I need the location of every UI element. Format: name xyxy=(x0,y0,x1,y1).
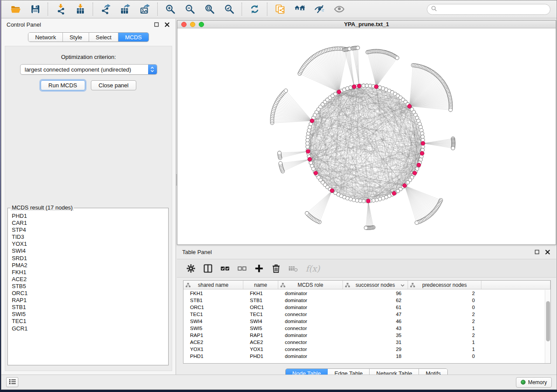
table-row[interactable]: FKH1FKH1dominator962 xyxy=(183,290,545,297)
table-cell: ORC1 xyxy=(243,304,278,311)
table-cell: 1 xyxy=(408,325,481,332)
close-table-panel-icon[interactable] xyxy=(544,248,551,255)
table-cell: TEC1 xyxy=(183,311,243,318)
mcds-result-item[interactable]: ORC1 xyxy=(12,290,168,297)
column-layout-icon[interactable] xyxy=(203,263,213,274)
table-cell: 46 xyxy=(343,318,408,325)
select-all-columns-icon[interactable] xyxy=(220,263,230,274)
mcds-result-item[interactable]: YOX1 xyxy=(12,241,168,248)
table-row[interactable]: SWI5SWI5connector431 xyxy=(183,325,545,332)
control-panel-title: Control Panel xyxy=(7,21,41,28)
open-file-icon[interactable] xyxy=(10,3,21,15)
table-row[interactable]: SWI4SWI4dominator462 xyxy=(183,318,545,325)
mcds-result-box: MCDS result (17 nodes) PHD1CAR1STP4TID3Y… xyxy=(7,208,169,365)
close-panel-icon[interactable] xyxy=(163,21,170,28)
table-cell xyxy=(481,290,545,297)
table-toolbar: f(x) xyxy=(177,259,556,278)
column-header-shared-name[interactable]: shared name xyxy=(183,281,243,289)
mcds-result-item[interactable]: RAP1 xyxy=(12,297,168,304)
first-neighbors-icon[interactable] xyxy=(294,3,305,15)
table-row[interactable]: PHD1PHD1dominator180 xyxy=(183,353,545,360)
run-mcds-button[interactable]: Run MCDS xyxy=(41,80,85,90)
table-row[interactable]: ORC1ORC1dominator610 xyxy=(183,304,545,311)
show-all-icon[interactable] xyxy=(333,3,345,15)
application-window: Control Panel NetworkStyleSelectMCDS Opt… xyxy=(1,0,557,390)
network-graph[interactable] xyxy=(177,29,556,244)
table-row[interactable]: TEC1TEC1connector472 xyxy=(183,311,545,318)
table-row[interactable]: RAP1RAP1dominator352 xyxy=(183,332,545,339)
table-cell xyxy=(481,346,545,353)
mcds-result-item[interactable]: TEC1 xyxy=(12,318,168,325)
mcds-result-item[interactable]: PMA2 xyxy=(12,262,168,269)
import-network-icon[interactable] xyxy=(55,3,66,15)
table-cell: dominator xyxy=(278,353,343,360)
column-header-filler xyxy=(481,281,550,289)
column-header-mcds-role[interactable]: MCDS role xyxy=(278,281,343,289)
mcds-result-item[interactable]: TID3 xyxy=(12,234,168,241)
table-cell: STB1 xyxy=(183,297,243,304)
export-image-icon[interactable] xyxy=(139,3,151,15)
mcds-result-item[interactable]: ACE2 xyxy=(12,276,168,283)
search-input[interactable] xyxy=(439,5,550,14)
mcds-result-item[interactable]: PHD1 xyxy=(12,213,168,220)
mcds-result-list[interactable]: PHD1CAR1STP4TID3YOX1SWI4SRD1PMA2FKH1ACE2… xyxy=(8,208,168,332)
control-panel: Control Panel NetworkStyleSelectMCDS Opt… xyxy=(1,19,176,375)
table-cell: FKH1 xyxy=(243,290,278,297)
table-cell: YOX1 xyxy=(243,346,278,353)
zoom-out-icon[interactable] xyxy=(184,3,196,15)
mcds-result-item[interactable]: STB1 xyxy=(12,304,168,311)
duplicate-network-icon[interactable] xyxy=(274,3,286,15)
mcds-result-item[interactable]: GCR1 xyxy=(12,325,168,332)
export-table-icon[interactable] xyxy=(119,3,131,15)
hide-selected-icon[interactable] xyxy=(313,3,325,15)
network-canvas[interactable] xyxy=(177,29,556,244)
float-panel-icon[interactable] xyxy=(153,21,160,28)
table-scrollbar-thumb[interactable] xyxy=(546,301,550,341)
zoom-fit-icon[interactable] xyxy=(204,3,215,15)
toolbar-separator xyxy=(48,3,48,16)
mcds-result-item[interactable]: SWI5 xyxy=(12,311,168,318)
export-network-icon[interactable] xyxy=(100,3,111,15)
task-history-button[interactable] xyxy=(6,377,18,387)
mcds-result-item[interactable]: STP4 xyxy=(12,227,168,234)
mcds-result-item[interactable]: FKH1 xyxy=(12,269,168,276)
settings-gear-icon[interactable] xyxy=(186,263,196,274)
mcds-result-item[interactable]: SRD1 xyxy=(12,255,168,262)
table-row[interactable]: STB1STB1dominator620 xyxy=(183,297,545,304)
zoom-selected-icon[interactable] xyxy=(223,3,235,15)
table-cell: 1 xyxy=(408,346,481,353)
tab-mcds[interactable]: MCDS xyxy=(118,33,148,41)
deselect-all-columns-icon[interactable] xyxy=(237,263,247,274)
tab-select[interactable]: Select xyxy=(89,33,118,41)
criterion-dropdown[interactable]: largest connected component (undirected) xyxy=(20,64,157,75)
tab-style[interactable]: Style xyxy=(63,33,89,41)
refresh-icon[interactable] xyxy=(249,3,260,15)
column-header-successor-nodes[interactable]: successor nodes xyxy=(343,281,408,289)
table-panel-title: Table Panel xyxy=(182,249,212,255)
add-column-icon[interactable] xyxy=(254,263,264,274)
network-window-titlebar[interactable]: YPA_prune.txt_1 xyxy=(177,21,556,28)
column-header-predecessor-nodes[interactable]: predecessor nodes xyxy=(408,281,481,289)
tab-network[interactable]: Network xyxy=(28,33,63,41)
toolbar-separator xyxy=(242,3,242,16)
table-row[interactable]: YOX1YOX1connector291 xyxy=(183,346,545,353)
mcds-result-item[interactable]: CAR1 xyxy=(12,220,168,227)
network-view-window: YPA_prune.txt_1 xyxy=(177,20,556,245)
table-scrollbar[interactable] xyxy=(545,290,550,363)
table-cell xyxy=(481,318,545,325)
table-cell: SWI4 xyxy=(183,318,243,325)
float-table-panel-icon[interactable] xyxy=(533,248,540,255)
delete-column-icon[interactable] xyxy=(271,263,281,274)
table-row[interactable]: ACE2ACE2connector311 xyxy=(183,339,545,346)
search-box[interactable] xyxy=(427,4,550,15)
memory-button[interactable]: Memory xyxy=(516,377,552,388)
import-table-icon[interactable] xyxy=(74,3,86,15)
save-icon[interactable] xyxy=(29,3,41,15)
mcds-result-item[interactable]: SWI4 xyxy=(12,248,168,254)
column-header-name[interactable]: name xyxy=(243,281,278,289)
zoom-in-icon[interactable] xyxy=(164,3,176,15)
table-cell: connector xyxy=(278,346,343,353)
close-panel-button[interactable]: Close panel xyxy=(91,80,137,90)
mcds-result-item[interactable]: STB5 xyxy=(12,283,168,290)
table-panel-header: Table Panel xyxy=(177,246,556,258)
